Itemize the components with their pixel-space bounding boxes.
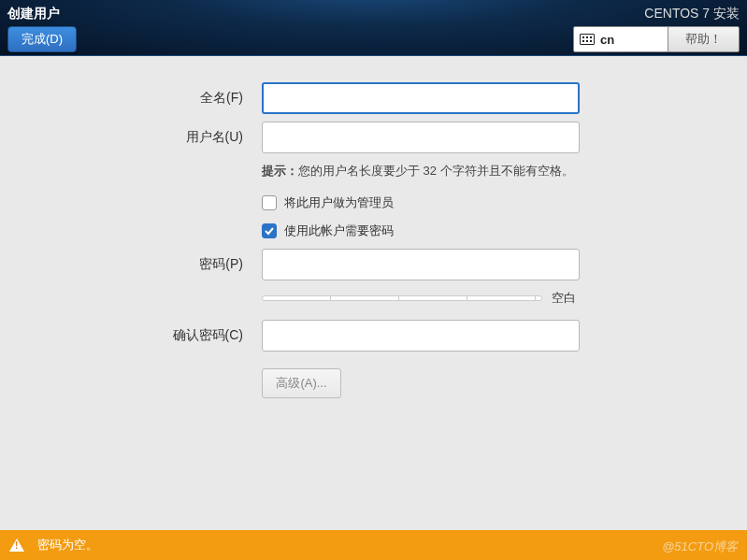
- strength-text: 空白: [552, 290, 576, 307]
- keyboard-layout-selector[interactable]: cn: [573, 26, 672, 52]
- warning-message: 密码为空。: [37, 537, 98, 553]
- strength-bar: [262, 295, 542, 301]
- require-password-label: 使用此帐户需要密码: [284, 223, 394, 239]
- password-input[interactable]: [262, 249, 580, 280]
- confirm-password-input[interactable]: [262, 320, 580, 352]
- admin-checkbox[interactable]: [262, 195, 277, 210]
- username-label: 用户名(U): [0, 129, 243, 146]
- require-password-row: 使用此帐户需要密码: [262, 223, 598, 239]
- check-icon: [265, 226, 274, 236]
- require-password-checkbox[interactable]: [262, 223, 277, 238]
- hint-text: 您的用户名长度要少于 32 个字符并且不能有空格。: [298, 164, 574, 178]
- warning-icon: [9, 538, 24, 552]
- fullname-input[interactable]: [262, 82, 580, 114]
- page-title: 创建用户: [7, 6, 60, 22]
- admin-checkbox-label: 将此用户做为管理员: [284, 194, 394, 211]
- admin-checkbox-row: 将此用户做为管理员: [262, 194, 598, 211]
- hint-prefix: 提示：: [262, 164, 298, 178]
- done-button[interactable]: 完成(D): [7, 26, 77, 52]
- keyboard-layout-value: cn: [600, 33, 614, 47]
- watermark: @51CTO博客: [662, 538, 738, 555]
- password-strength: 空白: [262, 290, 598, 307]
- advanced-button[interactable]: 高级(A)...: [262, 368, 341, 398]
- fullname-label: 全名(F): [0, 90, 243, 107]
- header-bar: 创建用户 完成(D) CENTOS 7 安装 cn 帮助！: [0, 0, 747, 56]
- warning-bar: 密码为空。: [0, 530, 747, 560]
- install-label: CENTOS 7 安装: [644, 6, 740, 22]
- create-user-form: 全名(F) 用户名(U) 提示：您的用户名长度要少于 32 个字符并且不能有空格…: [0, 82, 747, 398]
- username-hint: 提示：您的用户名长度要少于 32 个字符并且不能有空格。: [262, 163, 598, 179]
- password-label: 密码(P): [0, 256, 243, 273]
- username-input[interactable]: [262, 122, 580, 153]
- help-button[interactable]: 帮助！: [668, 26, 740, 52]
- keyboard-icon: [580, 34, 595, 45]
- confirm-password-label: 确认密码(C): [0, 327, 243, 344]
